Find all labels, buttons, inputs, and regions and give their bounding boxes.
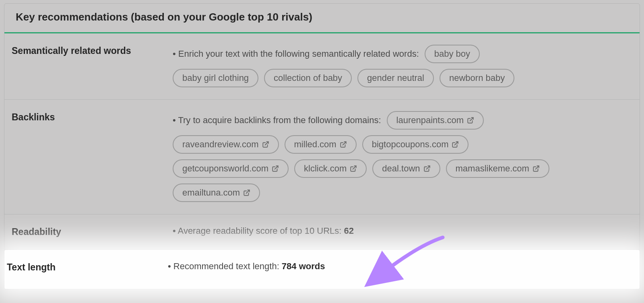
row-content-semantic: • Enrich your text with the following se…	[173, 45, 632, 87]
backlink-domain-pill[interactable]: raveandreview.com	[173, 135, 279, 154]
pill-label: klclick.com	[304, 163, 347, 174]
pill-label: getcouponsworld.com	[182, 163, 268, 174]
svg-line-8	[246, 190, 250, 193]
panel-header: Key recommendations (based on your Googl…	[4, 4, 640, 33]
row-label-backlinks: Backlinks	[12, 111, 173, 123]
backlink-domain-pill[interactable]: deal.town	[372, 159, 440, 178]
readability-line: • Average readability score of top 10 UR…	[173, 226, 616, 236]
text-length-prefix: • Recommended text length:	[168, 261, 282, 271]
pill-label: laurenpaints.com	[396, 115, 464, 126]
semantic-intro: • Enrich your text with the following se…	[173, 49, 419, 59]
pill-label: bigtopcoupons.com	[372, 139, 449, 150]
row-content-text-length: • Recommended text length: 784 words	[168, 261, 640, 272]
external-link-icon	[262, 141, 269, 148]
semantic-term-pill[interactable]: collection of baby	[264, 69, 352, 87]
recommendations-panel: Key recommendations (based on your Googl…	[4, 3, 640, 289]
svg-line-3	[455, 142, 458, 145]
external-link-icon	[272, 165, 279, 172]
external-link-icon	[533, 165, 540, 172]
pill-label: baby boy	[434, 49, 470, 59]
row-semantic-words: Semantically related words • Enrich your…	[4, 33, 640, 100]
pill-label: collection of baby	[274, 73, 342, 83]
backlinks-intro: • Try to acquire backlinks from the foll…	[173, 115, 381, 126]
external-link-icon	[423, 165, 431, 172]
readability-score: 62	[344, 226, 354, 236]
readability-prefix: • Average readability score of top 10 UR…	[173, 226, 344, 236]
backlink-domain-pill[interactable]: bigtopcoupons.com	[362, 135, 469, 154]
external-link-icon	[467, 117, 474, 124]
text-length-value: 784 words	[282, 261, 325, 271]
svg-line-4	[275, 166, 278, 169]
svg-line-7	[535, 166, 539, 169]
external-link-icon	[350, 165, 357, 172]
backlink-domain-pill[interactable]: mamaslikeme.com	[446, 159, 549, 178]
semantic-term-pill[interactable]: gender neutral	[357, 69, 434, 87]
pill-label: newborn baby	[449, 73, 505, 83]
row-label-semantic: Semantically related words	[12, 45, 173, 56]
backlink-domain-pill[interactable]: emailtuna.com	[173, 183, 260, 202]
svg-line-6	[426, 166, 429, 169]
svg-line-5	[353, 166, 356, 169]
pill-label: gender neutral	[367, 73, 424, 83]
svg-line-1	[265, 142, 268, 145]
pill-label: emailtuna.com	[182, 188, 240, 198]
backlink-domain-pill[interactable]: milled.com	[285, 135, 357, 154]
panel-title: Key recommendations (based on your Googl…	[16, 11, 628, 23]
row-label-readability: Readability	[12, 226, 173, 237]
svg-line-2	[343, 142, 346, 145]
row-label-text-length: Text length	[7, 261, 168, 273]
row-text-length: Text length • Recommended text length: 7…	[4, 250, 640, 289]
row-content-backlinks: • Try to acquire backlinks from the foll…	[173, 111, 632, 202]
pill-label: baby girl clothing	[182, 73, 249, 83]
pill-label: raveandreview.com	[182, 139, 259, 150]
backlink-domain-pill[interactable]: getcouponsworld.com	[173, 159, 289, 178]
semantic-term-pill[interactable]: baby boy	[425, 45, 480, 63]
pill-label: milled.com	[294, 139, 336, 150]
row-backlinks: Backlinks • Try to acquire backlinks fro…	[4, 100, 640, 214]
backlink-domain-pill[interactable]: laurenpaints.com	[387, 111, 484, 130]
svg-line-0	[470, 117, 473, 121]
semantic-term-pill[interactable]: newborn baby	[440, 69, 514, 87]
external-link-icon	[243, 189, 250, 196]
external-link-icon	[340, 141, 347, 148]
pill-label: mamaslikeme.com	[456, 163, 529, 174]
text-length-line: • Recommended text length: 784 words	[168, 261, 623, 272]
backlink-domain-pill[interactable]: klclick.com	[294, 159, 367, 178]
row-content-readability: • Average readability score of top 10 UR…	[173, 226, 632, 236]
row-readability: Readability • Average readability score …	[4, 214, 640, 250]
semantic-term-pill[interactable]: baby girl clothing	[173, 69, 258, 87]
pill-label: deal.town	[382, 163, 420, 174]
external-link-icon	[452, 141, 459, 148]
